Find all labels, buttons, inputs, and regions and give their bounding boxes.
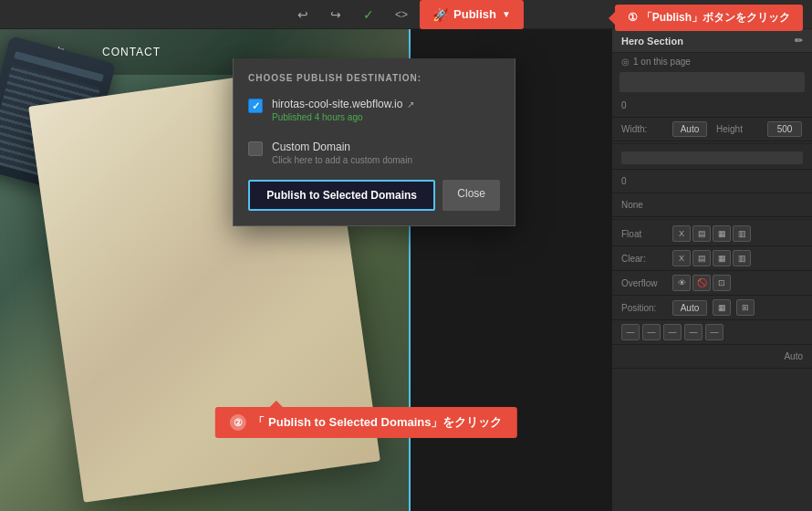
overflow-label: Overflow bbox=[621, 278, 667, 288]
domain-1-checkbox[interactable]: ✓ bbox=[248, 99, 263, 113]
domain-1-name: hirotas-cool-site.webflow.io ↗ bbox=[272, 98, 500, 110]
panel-row-auto: Auto bbox=[612, 345, 812, 369]
float-none-btn[interactable]: ▥ bbox=[733, 225, 751, 242]
close-button[interactable]: Close bbox=[442, 180, 500, 211]
publish-actions: Publish to Selected Domains Close bbox=[248, 180, 500, 211]
separator-2 bbox=[612, 219, 812, 220]
redo-button[interactable]: ↪ bbox=[321, 0, 350, 29]
callout-1-circle: ① bbox=[628, 11, 638, 24]
toolbar-center: ↩ ↪ ✓ <> 🚀 Publish ▼ bbox=[288, 0, 524, 29]
panel-row-float: Float X ▤ ▦ ▥ bbox=[612, 222, 812, 246]
panel-number-label: 0 bbox=[621, 100, 627, 110]
panel-row-padding-label: 0 bbox=[612, 170, 812, 193]
clear-left-btn[interactable]: ▤ bbox=[692, 250, 711, 266]
publish-icon: 🚀 bbox=[432, 7, 448, 22]
coord-btn-4[interactable]: — bbox=[684, 324, 703, 340]
clear-both-btn[interactable]: ▦ bbox=[713, 250, 731, 266]
publish-to-domains-button[interactable]: Publish to Selected Domains bbox=[248, 180, 435, 211]
publish-arrow-icon: ▼ bbox=[502, 9, 511, 19]
float-right-btn[interactable]: ▦ bbox=[713, 225, 731, 242]
overflow-scroll-btn[interactable]: ⊡ bbox=[713, 275, 731, 291]
height-label: Height bbox=[716, 124, 762, 134]
right-panel: Hero Section ✏ ◎ 1 on this page 0 Width:… bbox=[611, 29, 812, 511]
overflow-visible-btn[interactable]: 👁 bbox=[672, 275, 691, 291]
publish-button[interactable]: 🚀 Publish ▼ bbox=[420, 0, 524, 29]
check-button[interactable]: ✓ bbox=[354, 0, 383, 29]
callout-1-text: 「Publish」ボタンをクリック bbox=[641, 11, 790, 24]
publish-destination-label: CHOOSE PUBLISH DESTINATION: bbox=[248, 73, 500, 83]
main-area: 会社案内 CONTACT CHOOSE PUBLISH DESTINATION:… bbox=[0, 29, 812, 511]
section-title: Hero Section bbox=[621, 36, 683, 47]
panel-row-dimensions: Width: Auto Height 500 bbox=[612, 118, 812, 141]
clear-label: Clear: bbox=[621, 254, 667, 264]
float-buttons: X ▤ ▦ ▥ bbox=[672, 225, 751, 242]
position-input[interactable]: Auto bbox=[672, 300, 707, 316]
domain-option-1: ✓ hirotas-cool-site.webflow.io ↗ Publish… bbox=[248, 94, 500, 126]
on-page-info: ◎ 1 on this page bbox=[612, 53, 812, 70]
coord-btn-3[interactable]: — bbox=[663, 324, 682, 340]
publish-dropdown: CHOOSE PUBLISH DESTINATION: ✓ hirotas-co… bbox=[233, 58, 515, 226]
domain-1-info: hirotas-cool-site.webflow.io ↗ Published… bbox=[272, 98, 500, 122]
width-label: Width: bbox=[621, 124, 667, 134]
position-none-label: None bbox=[621, 200, 643, 210]
width-input[interactable]: Auto bbox=[672, 121, 707, 137]
undo-button[interactable]: ↩ bbox=[288, 0, 318, 29]
callout-1: ① 「Publish」ボタンをクリック bbox=[615, 5, 803, 31]
overflow-buttons: 👁 🚫 ⊡ bbox=[672, 275, 731, 291]
position-btn-2[interactable]: ⊞ bbox=[736, 299, 755, 316]
panel-row-number: 0 bbox=[612, 94, 812, 118]
separator bbox=[612, 143, 812, 144]
margin-box bbox=[621, 151, 803, 164]
domain-1-status: Published 4 hours ago bbox=[272, 112, 500, 122]
coord-btn-2[interactable]: — bbox=[642, 324, 661, 340]
panel-row-position: Position: Auto ▦ ⊞ bbox=[612, 296, 812, 320]
clear-x-btn[interactable]: X bbox=[672, 250, 691, 266]
position-label: Position: bbox=[621, 303, 667, 313]
callout-2-text: 「 Publish to Selected Domains」をクリック bbox=[253, 415, 502, 429]
callout-2: ② 「 Publish to Selected Domains」をクリック bbox=[215, 407, 517, 439]
panel-row-clear: Clear: X ▤ ▦ ▥ bbox=[612, 246, 812, 271]
coord-buttons: — — — — — bbox=[621, 324, 724, 340]
padding-value-label: 0 bbox=[621, 176, 627, 186]
domain-2-name: Custom Domain bbox=[272, 141, 500, 153]
domain-2-hint: Click here to add a custom domain bbox=[272, 155, 500, 165]
auto-label: Auto bbox=[784, 351, 803, 361]
check-icon: ✓ bbox=[252, 100, 260, 112]
panel-placeholder-1 bbox=[619, 72, 805, 92]
coord-btn-5[interactable]: — bbox=[705, 324, 724, 340]
panel-row-overflow: Overflow 👁 🚫 ⊡ bbox=[612, 271, 812, 296]
panel-row-position-note: None bbox=[612, 193, 812, 217]
edit-icon[interactable]: ✏ bbox=[795, 35, 803, 47]
float-x-btn[interactable]: X bbox=[672, 225, 691, 242]
domain-option-2: Custom Domain Click here to add a custom… bbox=[248, 137, 500, 169]
domain-2-checkbox[interactable] bbox=[248, 141, 263, 156]
panel-section-header: Hero Section ✏ bbox=[612, 29, 812, 53]
publish-label: Publish bbox=[453, 7, 496, 21]
coord-btn-1[interactable]: — bbox=[621, 324, 640, 340]
float-label: Float bbox=[621, 229, 667, 239]
domain-2-info: Custom Domain Click here to add a custom… bbox=[272, 141, 500, 165]
overflow-hidden-btn[interactable]: 🚫 bbox=[692, 275, 711, 291]
nav-item-2: CONTACT bbox=[102, 46, 161, 58]
clear-right-btn[interactable]: ▥ bbox=[733, 250, 751, 266]
panel-row-coords: — — — — — bbox=[612, 320, 812, 345]
canvas-area: 会社案内 CONTACT CHOOSE PUBLISH DESTINATION:… bbox=[0, 29, 611, 511]
eye-icon: ◎ bbox=[621, 57, 630, 67]
external-link-icon[interactable]: ↗ bbox=[407, 99, 414, 110]
code-button[interactable]: <> bbox=[387, 0, 416, 29]
position-btn-1[interactable]: ▦ bbox=[713, 299, 731, 316]
callout-2-circle: ② bbox=[230, 414, 246, 431]
clear-buttons: X ▤ ▦ ▥ bbox=[672, 250, 751, 266]
float-left-btn[interactable]: ▤ bbox=[692, 225, 711, 242]
panel-row-margin bbox=[612, 146, 812, 170]
height-input[interactable]: 500 bbox=[767, 121, 802, 137]
on-page-text: 1 on this page bbox=[633, 57, 691, 67]
